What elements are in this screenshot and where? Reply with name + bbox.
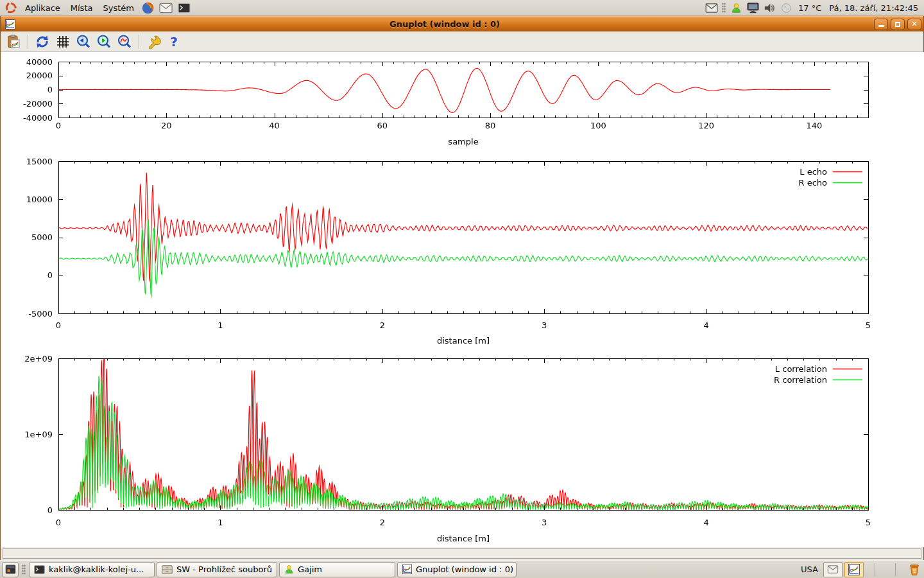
- file-manager-icon: [162, 565, 173, 574]
- zoom-previous-icon: [76, 34, 91, 49]
- terminal-icon: [34, 565, 45, 574]
- window-title: Gnuplot (window id : 0): [18, 19, 871, 29]
- firefox-launcher-icon[interactable]: [140, 0, 157, 15]
- copy-to-clipboard-button[interactable]: [4, 33, 22, 50]
- zoom-next-button[interactable]: [95, 33, 113, 50]
- minimize-button[interactable]: [874, 19, 888, 30]
- gnuplot-window: Gnuplot (window id : 0) ✕: [0, 16, 924, 560]
- help-button[interactable]: ?: [165, 33, 183, 50]
- gnuplot-tray-button[interactable]: [844, 562, 864, 577]
- task-gnuplot[interactable]: Gnuplot (window id : 0): [397, 562, 517, 577]
- grid-button[interactable]: [54, 33, 72, 50]
- gnome-top-panel: Aplikace Místa Systém: [0, 0, 924, 16]
- gnuplot-tray-icon: [848, 564, 860, 575]
- refresh-button[interactable]: [33, 33, 51, 50]
- task-file-manager-label: SW - Prohlížeč souborů: [176, 565, 272, 574]
- taskbar-separator: [895, 563, 896, 576]
- tray-grip-handle[interactable]: [722, 3, 726, 13]
- menu-system-label: Systém: [103, 3, 133, 13]
- minimize-icon: [878, 25, 884, 27]
- autoscale-button[interactable]: [116, 33, 133, 50]
- show-desktop-button[interactable]: [2, 562, 19, 577]
- close-button[interactable]: ✕: [907, 19, 921, 30]
- zoom-next-icon: [96, 34, 112, 49]
- ubuntu-logo-icon: [4, 1, 17, 14]
- mail-tray-icon: [827, 565, 839, 574]
- display-tray-icon[interactable]: [745, 0, 760, 15]
- maximize-icon: [895, 22, 900, 27]
- volume-tray-icon[interactable]: [762, 0, 777, 15]
- gajim-tray-icon[interactable]: [728, 0, 744, 15]
- menu-places-label: Místa: [71, 3, 93, 13]
- task-gnuplot-label: Gnuplot (window id : 0): [416, 565, 513, 574]
- refresh-icon: [35, 34, 50, 49]
- weather-tray-icon[interactable]: [778, 0, 794, 15]
- zoom-previous-button[interactable]: [74, 33, 92, 50]
- gajim-icon: [284, 565, 294, 574]
- clock[interactable]: Pá, 18. září, 21:42:45: [826, 3, 921, 13]
- mail-tray-button[interactable]: [823, 562, 843, 577]
- clipboard-icon: [6, 34, 21, 49]
- taskbar-grip-handle[interactable]: [22, 565, 26, 575]
- keyboard-layout-indicator[interactable]: USA: [798, 565, 821, 574]
- menu-applications[interactable]: Aplikace: [21, 0, 65, 15]
- task-gajim[interactable]: Gajim: [279, 562, 395, 577]
- titlebar[interactable]: Gnuplot (window id : 0) ✕: [1, 16, 923, 31]
- task-gajim-label: Gajim: [298, 565, 322, 574]
- window-statusbar: [1, 547, 923, 560]
- toolbar-separator: [139, 35, 139, 49]
- svg-text:?: ?: [170, 34, 178, 49]
- ubuntu-menu-icon[interactable]: [3, 0, 19, 15]
- gnuplot-window-icon: [5, 19, 15, 30]
- statusbar-field: [3, 548, 921, 559]
- gnuplot-canvas[interactable]: [1, 52, 924, 547]
- menu-system[interactable]: Systém: [98, 0, 138, 15]
- email-launcher-icon[interactable]: [158, 0, 175, 15]
- gnuplot-icon: [402, 565, 412, 574]
- toolbar-separator: [28, 35, 28, 49]
- mail-tray-icon[interactable]: [704, 0, 719, 15]
- task-file-manager[interactable]: SW - Prohlížeč souborů: [157, 562, 277, 577]
- close-icon: ✕: [911, 21, 917, 28]
- menu-places[interactable]: Místa: [66, 0, 98, 15]
- menu-applications-label: Aplikace: [25, 3, 60, 13]
- taskbar-separator: [875, 563, 875, 576]
- help-icon: ?: [166, 34, 182, 49]
- maximize-button[interactable]: [891, 19, 905, 30]
- wrench-icon: [146, 34, 161, 49]
- task-terminal-label: kaklik@kaklik-kolej-u...: [49, 565, 144, 574]
- trash-icon[interactable]: [907, 562, 922, 577]
- terminal-launcher-icon[interactable]: [176, 0, 193, 15]
- toolbar: ?: [1, 31, 923, 52]
- task-terminal[interactable]: kaklik@kaklik-kolej-u...: [29, 562, 155, 577]
- plot-surface: [1, 52, 923, 547]
- grid-icon: [55, 34, 71, 49]
- configure-button[interactable]: [144, 33, 162, 50]
- taskbar: kaklik@kaklik-kolej-u... SW - Prohlížeč …: [0, 560, 924, 578]
- autoscale-icon: [117, 34, 132, 49]
- temperature-indicator[interactable]: 17 °C: [795, 3, 825, 13]
